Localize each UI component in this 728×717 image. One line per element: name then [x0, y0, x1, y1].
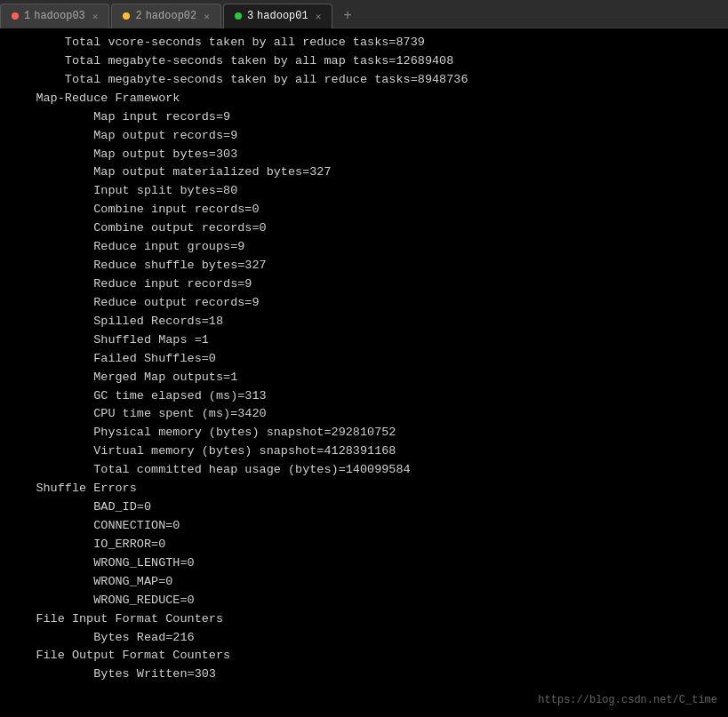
tab3-number: 3: [247, 10, 253, 22]
tab3-close-icon[interactable]: ✕: [316, 11, 322, 22]
watermark: https://blog.csdn.net/C_time: [538, 694, 717, 706]
tab2-dot: [123, 12, 130, 20]
terminal-content: Total vcore-seconds taken by all reduce …: [7, 34, 721, 684]
tab-bar: 1 hadoop03 ✕ 2 hadoop02 ✕ 3 hadoop01 ✕ +: [0, 0, 728, 28]
tab-hadoop01[interactable]: 3 hadoop01 ✕: [223, 4, 332, 28]
tab1-label: hadoop03: [34, 10, 85, 22]
tab-hadoop02[interactable]: 2 hadoop02 ✕: [111, 4, 220, 28]
tab-hadoop03[interactable]: 1 hadoop03 ✕: [0, 4, 109, 28]
tab3-dot: [235, 12, 242, 20]
tab2-close-icon[interactable]: ✕: [204, 11, 210, 22]
tab1-dot: [12, 12, 19, 20]
tab1-close-icon[interactable]: ✕: [92, 11, 99, 22]
tab1-number: 1: [24, 10, 30, 22]
tab2-label: hadoop02: [146, 10, 197, 22]
tab2-number: 2: [135, 10, 141, 22]
terminal: Total vcore-seconds taken by all reduce …: [0, 28, 728, 717]
tab3-label: hadoop01: [257, 10, 308, 22]
tab-add-button[interactable]: +: [334, 4, 361, 28]
